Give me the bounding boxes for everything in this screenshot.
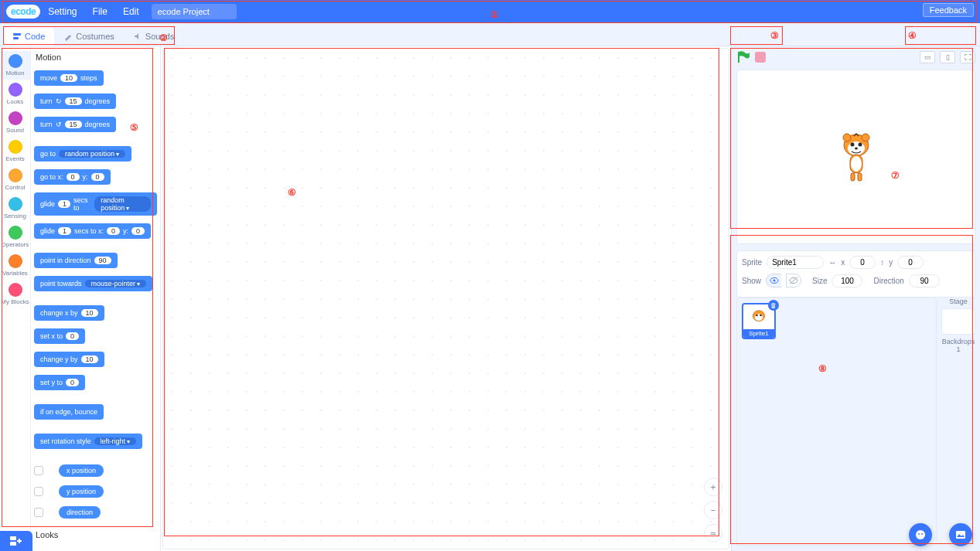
- sprite-area: 🗑 Sprite1 Stage Backdrops 1: [736, 298, 975, 546]
- tab-sounds[interactable]: Sounds: [124, 27, 183, 46]
- extension-button[interactable]: [0, 531, 32, 551]
- sprite-x-input[interactable]: [849, 256, 876, 269]
- block-turn-cw[interactable]: turn↻15degrees: [34, 94, 116, 109]
- green-flag-button[interactable]: [736, 50, 750, 64]
- svg-point-7: [858, 143, 862, 147]
- category-sensing[interactable]: Sensing: [0, 194, 30, 223]
- svg-point-23: [921, 533, 923, 535]
- reporter-y-position[interactable]: y position: [59, 485, 104, 498]
- sprite-name-input[interactable]: [767, 256, 824, 269]
- svg-rect-0: [13, 33, 21, 36]
- blocks-category-title: Motion: [36, 53, 157, 62]
- stage-label: Stage: [949, 298, 968, 305]
- category-control[interactable]: Control: [0, 165, 30, 194]
- svg-rect-11: [851, 173, 855, 181]
- block-glide-random[interactable]: glide1secs torandom position: [34, 192, 157, 216]
- stage-column: ▭ ▯ ⛶: [731, 46, 980, 551]
- svg-rect-25: [10, 536, 16, 540]
- category-variables[interactable]: Variables: [0, 251, 30, 280]
- menu-edit[interactable]: Edit: [115, 6, 147, 17]
- checkbox[interactable]: [34, 508, 43, 517]
- code-icon: [12, 32, 22, 41]
- block-change-x[interactable]: change x by10: [34, 305, 104, 321]
- svg-point-22: [918, 533, 920, 535]
- block-set-x[interactable]: set x to0: [34, 328, 85, 344]
- stage-thumbnail[interactable]: [941, 308, 975, 335]
- checkbox[interactable]: [34, 466, 43, 475]
- tab-costumes[interactable]: Costumes: [54, 27, 124, 46]
- reporter-x-position-row[interactable]: x position: [34, 461, 157, 480]
- svg-rect-1: [13, 37, 19, 39]
- editor-tabs: Code Costumes Sounds: [0, 23, 980, 46]
- backdrops-label: Backdrops: [942, 338, 975, 345]
- svg-point-3: [843, 134, 851, 141]
- block-edge-bounce[interactable]: if on edge, bounce: [34, 404, 104, 420]
- sprite-tile[interactable]: 🗑 Sprite1: [742, 303, 776, 339]
- stage-selector[interactable]: Stage Backdrops 1: [941, 298, 975, 546]
- block-point-direction[interactable]: point in direction90: [34, 253, 118, 268]
- feedback-button[interactable]: Feedback: [923, 3, 974, 17]
- svg-rect-12: [858, 173, 862, 181]
- category-motion[interactable]: Motion: [0, 51, 30, 80]
- block-rotation-style[interactable]: set rotation styleleft-right: [34, 434, 142, 449]
- stage-canvas[interactable]: [736, 70, 975, 244]
- sprite-on-stage[interactable]: [839, 131, 873, 182]
- block-goto-random[interactable]: go torandom position: [34, 146, 131, 162]
- category-events[interactable]: Events: [0, 137, 30, 165]
- code-workspace[interactable]: ＋ － ＝: [162, 48, 729, 549]
- block-point-towards[interactable]: point towardsmouse-pointer: [34, 276, 152, 291]
- rotate-cw-icon: ↻: [56, 97, 62, 105]
- category-myblocks[interactable]: My Blocks: [0, 280, 30, 308]
- reporter-y-position-row[interactable]: y position: [34, 482, 157, 501]
- sprite-thumb-icon: [745, 306, 773, 328]
- sprite-y-input[interactable]: [897, 256, 924, 269]
- block-set-y[interactable]: set y to0: [34, 375, 85, 390]
- show-visible-button[interactable]: [766, 274, 781, 287]
- stage-header: ▭ ▯ ⛶: [732, 46, 980, 68]
- block-turn-ccw[interactable]: turn↺15degrees: [34, 117, 116, 132]
- reporter-direction-row[interactable]: direction: [34, 503, 157, 522]
- svg-point-6: [850, 143, 854, 147]
- svg-rect-24: [956, 531, 965, 539]
- svg-point-10: [851, 156, 862, 172]
- blocks-list[interactable]: Motion move10steps turn↻15degrees turn↺1…: [31, 46, 160, 551]
- zoom-reset-button[interactable]: ＝: [704, 524, 722, 542]
- backdrop-count: 1: [956, 345, 960, 353]
- category-looks[interactable]: Looks: [0, 80, 30, 108]
- sprite-label: Sprite: [742, 258, 762, 267]
- sprite-tile-label: Sprite1: [743, 329, 774, 338]
- eye-off-icon: [789, 277, 798, 284]
- svg-point-8: [855, 148, 858, 150]
- stage-full-button[interactable]: ⛶: [960, 51, 975, 63]
- blocks-panel: Motion Looks Sound Events Control Sensin…: [0, 46, 161, 551]
- tab-label: Sounds: [145, 32, 174, 41]
- category-operators[interactable]: Operators: [0, 223, 30, 251]
- block-glide-xy[interactable]: glide1secs to x:0y:0: [34, 223, 151, 239]
- show-hidden-button[interactable]: [786, 274, 801, 287]
- sprite-direction-input[interactable]: [909, 274, 940, 287]
- block-move-steps[interactable]: move10steps: [34, 70, 104, 86]
- add-sprite-button[interactable]: [909, 523, 932, 546]
- stage-small-button[interactable]: ▭: [920, 51, 935, 63]
- y-icon: ↕: [880, 258, 884, 267]
- xy-icon: ↔: [828, 258, 836, 267]
- sprite-list[interactable]: 🗑 Sprite1: [736, 298, 937, 546]
- delete-sprite-button[interactable]: 🗑: [768, 300, 779, 311]
- zoom-out-button[interactable]: －: [704, 501, 722, 519]
- zoom-in-button[interactable]: ＋: [704, 478, 722, 496]
- reporter-x-position[interactable]: x position: [59, 464, 104, 477]
- logo[interactable]: ecode: [6, 5, 40, 19]
- block-goto-xy[interactable]: go to x:0y:0: [34, 169, 111, 185]
- stage-large-button[interactable]: ▯: [940, 51, 955, 63]
- project-name-input[interactable]: [152, 4, 237, 19]
- category-sound[interactable]: Sound: [0, 108, 30, 137]
- checkbox[interactable]: [34, 487, 43, 496]
- sprite-size-input[interactable]: [831, 274, 862, 287]
- reporter-direction[interactable]: direction: [59, 506, 101, 519]
- tab-code[interactable]: Code: [3, 27, 54, 46]
- add-backdrop-button[interactable]: [949, 523, 972, 546]
- stop-button[interactable]: [755, 52, 766, 63]
- menu-file[interactable]: File: [85, 6, 115, 17]
- menu-setting[interactable]: Setting: [40, 6, 84, 17]
- block-change-y[interactable]: change y by10: [34, 352, 104, 367]
